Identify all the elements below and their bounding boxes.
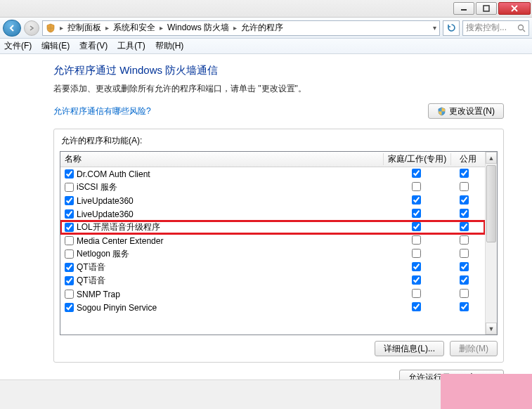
change-settings-label: 更改设置(N) — [449, 105, 495, 117]
row-enable-checkbox[interactable] — [65, 249, 74, 259]
details-button[interactable]: 详细信息(L)... — [375, 341, 444, 356]
row-public-checkbox[interactable] — [460, 289, 469, 298]
menu-file[interactable]: 文件(F) — [4, 40, 32, 52]
search-icon — [517, 24, 526, 32]
scroll-thumb[interactable] — [486, 165, 496, 242]
minimize-button[interactable] — [453, 2, 474, 15]
svg-rect-1 — [484, 6, 489, 11]
row-enable-checkbox[interactable] — [65, 276, 74, 285]
breadcrumb-item[interactable]: 控制面板 — [67, 22, 101, 34]
row-enable-checkbox[interactable] — [65, 209, 74, 219]
breadcrumb-item[interactable]: Windows 防火墙 — [167, 22, 229, 34]
table-row[interactable]: Netlogon 服务 — [60, 247, 485, 261]
svg-point-4 — [519, 25, 524, 30]
breadcrumb-item[interactable]: 系统和安全 — [113, 22, 155, 34]
menu-tools[interactable]: 工具(T) — [117, 40, 145, 52]
window-titlebar — [0, 0, 532, 18]
risk-link[interactable]: 允许程序通信有哪些风险? — [53, 105, 151, 117]
row-home-checkbox[interactable] — [412, 262, 421, 271]
row-public-cell — [450, 169, 481, 180]
row-public-checkbox[interactable] — [460, 195, 469, 204]
column-public[interactable]: 公用 — [451, 153, 485, 165]
table-row[interactable]: QT语音 — [60, 274, 485, 287]
svg-rect-0 — [461, 9, 467, 11]
scrollbar[interactable]: ▲ ▼ — [485, 152, 497, 335]
table-row[interactable]: LOL开黑语音升级程序 — [60, 221, 485, 234]
row-enable-checkbox[interactable] — [65, 196, 74, 205]
breadcrumb-separator-icon: ▸ — [105, 24, 109, 32]
address-bar[interactable]: ▸ 控制面板 ▸ 系统和安全 ▸ Windows 防火墙 ▸ 允许的程序 ▾ — [42, 20, 440, 36]
address-dropdown-icon[interactable]: ▾ — [427, 24, 436, 32]
row-home-cell — [385, 262, 450, 273]
table-row[interactable]: iSCSI 服务 — [60, 181, 485, 194]
row-public-cell — [450, 262, 481, 273]
scroll-up-icon[interactable]: ▲ — [486, 152, 497, 164]
list-header: 名称 家庭/工作(专用) 公用 — [60, 152, 485, 167]
row-home-checkbox[interactable] — [412, 289, 421, 298]
row-home-checkbox[interactable] — [412, 235, 421, 245]
row-enable-checkbox[interactable] — [65, 183, 74, 192]
row-public-checkbox[interactable] — [460, 222, 469, 231]
page-description: 若要添加、更改或删除所有允许的程序和端口，请单击 "更改设置"。 — [53, 83, 504, 95]
remove-button[interactable]: 删除(M) — [450, 341, 498, 356]
change-settings-button[interactable]: 更改设置(N) — [428, 103, 504, 119]
row-name: LiveUpdate360 — [77, 196, 385, 206]
row-home-checkbox[interactable] — [412, 302, 421, 311]
row-public-checkbox[interactable] — [460, 262, 469, 271]
table-row[interactable]: SNMP Trap — [60, 287, 485, 301]
row-public-cell — [450, 302, 481, 313]
row-home-checkbox[interactable] — [412, 195, 421, 204]
row-public-cell — [450, 222, 481, 233]
table-row[interactable]: Sogou Pinyin Service — [60, 301, 485, 314]
menu-view[interactable]: 查看(V) — [79, 40, 108, 52]
row-public-checkbox[interactable] — [460, 209, 469, 218]
table-row[interactable]: LiveUpdate360 — [60, 207, 485, 221]
row-name: iSCSI 服务 — [77, 181, 385, 193]
table-row[interactable]: QT语音 — [60, 261, 485, 274]
row-name: QT语音 — [77, 275, 385, 287]
forward-button[interactable] — [24, 20, 39, 36]
refresh-button[interactable] — [443, 20, 460, 36]
row-enable-checkbox[interactable] — [65, 223, 74, 232]
row-home-checkbox[interactable] — [412, 249, 421, 258]
row-public-checkbox[interactable] — [460, 249, 469, 258]
shield-icon — [46, 23, 56, 33]
row-public-checkbox[interactable] — [460, 182, 469, 191]
scroll-track[interactable] — [486, 164, 497, 323]
row-public-cell — [450, 182, 481, 193]
breadcrumb-item[interactable]: 允许的程序 — [241, 22, 283, 34]
row-public-checkbox[interactable] — [460, 169, 469, 178]
row-enable-checkbox[interactable] — [65, 169, 74, 178]
row-public-cell — [450, 275, 481, 287]
row-home-cell — [385, 235, 450, 247]
row-public-checkbox[interactable] — [460, 302, 469, 311]
menu-edit[interactable]: 编辑(E) — [41, 40, 70, 52]
row-enable-checkbox[interactable] — [65, 303, 74, 312]
table-row[interactable]: Media Center Extender — [60, 234, 485, 247]
search-box[interactable]: 搜索控制... — [462, 20, 529, 36]
table-row[interactable]: LiveUpdate360 — [60, 194, 485, 207]
column-home[interactable]: 家庭/工作(专用) — [384, 153, 451, 165]
row-name: SNMP Trap — [77, 290, 385, 299]
row-home-checkbox[interactable] — [412, 275, 421, 285]
row-enable-checkbox[interactable] — [65, 236, 74, 245]
row-home-cell — [385, 289, 450, 300]
table-row[interactable]: Dr.COM Auth Client — [60, 167, 485, 181]
row-enable-checkbox[interactable] — [65, 290, 74, 299]
maximize-button[interactable] — [476, 2, 497, 15]
scroll-down-icon[interactable]: ▼ — [486, 323, 497, 335]
svg-line-5 — [523, 30, 525, 32]
menu-help[interactable]: 帮助(H) — [155, 40, 184, 52]
row-public-checkbox[interactable] — [460, 235, 469, 245]
row-name: Media Center Extender — [77, 236, 385, 246]
close-button[interactable] — [498, 2, 531, 15]
row-enable-checkbox[interactable] — [65, 263, 74, 272]
page-heading: 允许程序通过 Windows 防火墙通信 — [53, 64, 504, 77]
row-home-checkbox[interactable] — [412, 209, 421, 218]
row-home-checkbox[interactable] — [412, 222, 421, 231]
row-home-checkbox[interactable] — [412, 169, 421, 178]
row-public-checkbox[interactable] — [460, 275, 469, 285]
back-button[interactable] — [3, 20, 21, 37]
row-home-checkbox[interactable] — [412, 182, 421, 191]
column-name[interactable]: 名称 — [60, 153, 384, 165]
